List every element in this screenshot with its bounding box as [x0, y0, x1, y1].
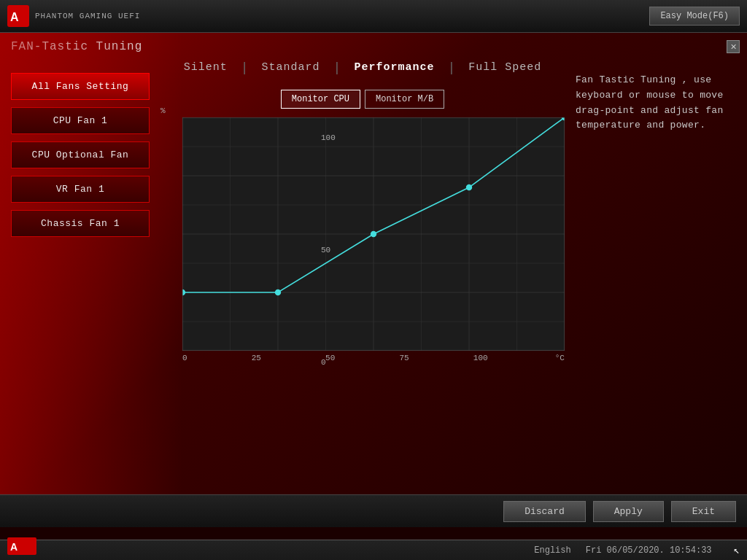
svg-text:A: A [10, 541, 18, 553]
sidebar-item-vr-fan-1[interactable]: VR Fan 1 [11, 176, 150, 203]
sidebar-item-cpu-fan-1[interactable]: CPU Fan 1 [11, 107, 150, 134]
logo-area: A PHANTOM GAMING UEFI [7, 5, 140, 27]
discard-button[interactable]: Discard [503, 501, 586, 522]
x-tick-100: 100 [473, 354, 488, 362]
monitor-mb-button[interactable]: Monitor M/B [365, 90, 444, 109]
page-title: FAN-Tastic Tuning [11, 40, 736, 53]
tabs-row: Silent | Standard | Performance | Full S… [160, 58, 565, 77]
svg-text:A: A [10, 11, 19, 23]
info-panel: Fan Tastic Tuning , use keyboard or mous… [576, 73, 736, 133]
status-bar: A English Fri 06/05/2020. 10:54:33 ↖ [0, 540, 747, 560]
sidebar-item-cpu-optional[interactable]: CPU Optional Fan [11, 141, 150, 168]
main-content: FAN-Tastic Tuning ✕ All Fans Setting CPU… [0, 33, 747, 527]
close-button[interactable]: ✕ [727, 40, 740, 53]
chart-canvas[interactable] [182, 117, 565, 351]
exit-button[interactable]: Exit [671, 501, 736, 522]
tab-sep-1: | [241, 61, 249, 75]
info-text: Fan Tastic Tuning , use keyboard or mous… [576, 73, 736, 133]
y-axis-label: % [160, 106, 166, 115]
language-label: English [534, 545, 570, 556]
sidebar-item-all-fans[interactable]: All Fans Setting [11, 73, 150, 100]
x-tick-50: 50 [325, 354, 335, 362]
sidebar-item-chassis-fan-1[interactable]: Chassis Fan 1 [11, 210, 150, 237]
easy-mode-button[interactable]: Easy Mode(F6) [649, 7, 740, 26]
header: A PHANTOM GAMING UEFI Easy Mode(F6) [0, 0, 747, 33]
tab-full-speed[interactable]: Full Speed [455, 58, 554, 77]
logo-text: PHANTOM GAMING UEFI [35, 12, 140, 20]
sidebar: All Fans Setting CPU Fan 1 CPU Optional … [11, 73, 150, 237]
x-tick-25: 25 [252, 354, 261, 362]
x-axis-unit-label: °C [555, 354, 565, 362]
svg-point-21 [371, 231, 376, 238]
chart-container: % [160, 117, 565, 384]
cursor-icon: ↖ [734, 544, 740, 556]
fan-curve-chart [182, 117, 565, 351]
asrock-footer-logo-icon: A [7, 537, 36, 555]
x-tick-0: 0 [182, 354, 187, 362]
apply-button[interactable]: Apply [593, 501, 664, 522]
monitor-cpu-button[interactable]: Monitor CPU [281, 90, 360, 109]
center-content: Silent | Standard | Performance | Full S… [160, 58, 565, 384]
footer-logo-area: A [7, 537, 36, 559]
x-tick-75: 75 [399, 354, 409, 362]
monitor-row: Monitor CPU Monitor M/B [160, 90, 565, 109]
asrock-logo-icon: A [7, 5, 29, 27]
svg-point-20 [275, 289, 281, 296]
tab-silent[interactable]: Silent [171, 58, 241, 77]
footer-buttons: Discard Apply Exit [0, 494, 747, 527]
tab-performance[interactable]: Performance [341, 58, 447, 77]
tab-sep-2: | [333, 61, 341, 75]
tab-sep-3: | [447, 61, 455, 75]
datetime-label: Fri 06/05/2020. 10:54:33 [586, 545, 712, 556]
tab-standard[interactable]: Standard [249, 58, 333, 77]
svg-point-22 [466, 184, 472, 191]
